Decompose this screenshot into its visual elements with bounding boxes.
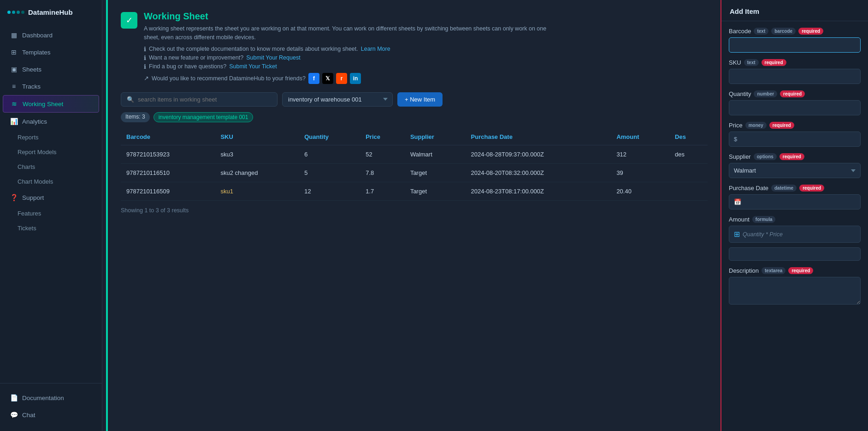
sidebar-item-tracks[interactable]: ≡ Tracks (3, 78, 99, 95)
template-name-tag: inventory management template 001 (154, 112, 254, 122)
field-amount: Amount formula ⊞ Quantity * Price (729, 216, 861, 261)
cell-quantity: 6 (299, 145, 360, 163)
amount-result-input[interactable] (729, 247, 861, 261)
amount-label: Amount (729, 216, 750, 223)
date-input[interactable] (745, 198, 856, 205)
working-sheet-icon: ≋ (11, 100, 18, 108)
new-item-button[interactable]: + New Item (397, 92, 443, 107)
submit-ticket-link[interactable]: Submit Your Ticket (229, 63, 277, 70)
sidebar-item-support[interactable]: ❓ Support (3, 189, 99, 206)
description-textarea[interactable] (729, 277, 861, 305)
sidebar-item-label: Support (22, 194, 44, 201)
col-supplier: Supplier (405, 129, 466, 145)
supplier-select[interactable]: Walmart Target (729, 163, 861, 178)
sidebar-item-tickets[interactable]: Tickets (3, 221, 99, 235)
panel-body: Barcode text barcode required SKU text r… (721, 21, 868, 311)
table-row[interactable]: 9787210116509 sku1 12 1.7 Target 2024-08… (121, 182, 708, 200)
sheet-select[interactable]: inventory of warehouse 001 (282, 92, 393, 107)
info-icon3: ℹ (144, 63, 146, 70)
panel-title: Add Item (721, 0, 868, 21)
cell-amount: 39 (611, 163, 669, 182)
sidebar-item-label: Dashboard (22, 32, 53, 39)
cell-amount: 312 (611, 145, 669, 163)
sidebar-bottom: 📄 Documentation 💬 Chat (0, 383, 102, 431)
sidebar-item-working-sheet[interactable]: ≋ Working Sheet (3, 95, 99, 113)
cell-price: 7.8 (360, 163, 405, 182)
cell-supplier: Target (405, 163, 466, 182)
twitter-x-icon[interactable]: 𝕏 (322, 73, 333, 84)
formula-icon: ⊞ (734, 230, 740, 239)
date-field-container[interactable]: 📅 (729, 194, 861, 210)
sidebar-item-label: Documentation (22, 395, 64, 401)
sidebar-item-charts[interactable]: Charts (3, 160, 99, 174)
ws-social-row: ↗ Would you like to recommend DatamineHu… (144, 73, 559, 84)
sidebar-item-label: Tracks (22, 83, 41, 90)
search-input[interactable] (138, 96, 272, 103)
facebook-icon[interactable]: f (308, 73, 319, 84)
cell-barcode: 9787210116510 (121, 163, 215, 182)
sidebar-item-report-models[interactable]: Report Models (3, 145, 99, 159)
table-header: Barcode SKU Quantity Price Supplier Purc… (121, 129, 708, 145)
badge-number: number (754, 90, 777, 97)
sidebar-item-label: Analytics (22, 118, 47, 125)
col-purchase-date: Purchase Date (466, 129, 611, 145)
field-description: Description textarea required (729, 267, 861, 305)
linkedin-icon[interactable]: in (350, 73, 361, 84)
sidebar-item-templates[interactable]: ⊞ Templates (3, 44, 99, 60)
quantity-input[interactable] (729, 100, 861, 115)
sidebar-item-chat[interactable]: 💬 Chat (3, 407, 99, 423)
purchase-date-label: Purchase Date (729, 185, 768, 192)
search-box[interactable]: 🔍 (121, 92, 278, 107)
info-icon: ℹ (144, 46, 146, 53)
table-row[interactable]: 9787210153923 sku3 6 52 Walmart 2024-08-… (121, 145, 708, 163)
ws-header: ✓ Working Sheet A working sheet represen… (121, 11, 708, 84)
table-row[interactable]: 9787210116510 sku2 changed 5 7.8 Target … (121, 163, 708, 182)
sidebar-item-dashboard[interactable]: ▦ Dashboard (3, 27, 99, 43)
ws-icon: ✓ (121, 12, 137, 29)
badge-text-sku: text (744, 59, 759, 66)
add-item-panel: Add Item Barcode text barcode required S… (720, 0, 868, 431)
price-field-container[interactable]: $ (729, 132, 861, 147)
sidebar-item-chart-models[interactable]: Chart Models (3, 174, 99, 189)
cell-description (669, 182, 708, 200)
quantity-label: Quantity (729, 90, 751, 97)
learn-more-link[interactable]: Learn More (361, 46, 390, 52)
sidebar-nav: ▦ Dashboard ⊞ Templates ▣ Sheets ≡ Track… (0, 23, 102, 383)
badge-required-price: required (769, 122, 794, 129)
badge-text: text (754, 28, 768, 35)
ws-description: A working sheet represents the sheet you… (144, 24, 559, 42)
field-purchase-date: Purchase Date datetime required 📅 (729, 185, 861, 210)
sidebar-sub-label: Report Models (18, 149, 57, 156)
col-barcode: Barcode (121, 129, 215, 145)
sidebar-item-features[interactable]: Features (3, 206, 99, 221)
reddit-icon[interactable]: r (336, 73, 347, 84)
cell-description: des (669, 145, 708, 163)
sidebar-item-analytics[interactable]: 📊 Analytics (3, 113, 99, 130)
calendar-icon: 📅 (734, 198, 741, 205)
info-icon2: ℹ (144, 54, 146, 61)
price-input[interactable] (739, 136, 856, 143)
cell-supplier: Target (405, 182, 466, 200)
sidebar-item-reports[interactable]: Reports (3, 130, 99, 144)
sidebar-item-sheets[interactable]: ▣ Sheets (3, 61, 99, 78)
supplier-label: Supplier (729, 153, 751, 160)
field-barcode: Barcode text barcode required (729, 28, 861, 53)
submit-request-link[interactable]: Submit Your Request (246, 54, 300, 61)
field-supplier: Supplier options required Walmart Target (729, 153, 861, 178)
cell-description (669, 163, 708, 182)
badge-options: options (754, 153, 777, 160)
field-price: Price money required $ (729, 122, 861, 147)
price-label: Price (729, 122, 743, 129)
sku-input[interactable] (729, 69, 861, 84)
support-icon: ❓ (10, 194, 18, 201)
cell-amount: 20.40 (611, 182, 669, 200)
tags-row: Items: 3 inventory management template 0… (121, 112, 708, 122)
cell-quantity: 5 (299, 163, 360, 182)
sidebar-item-label: Templates (22, 49, 51, 56)
badge-formula: formula (752, 216, 776, 223)
col-description: Des (669, 129, 708, 145)
sidebar-sub-label: Reports (18, 134, 39, 141)
dashboard-icon: ▦ (10, 31, 18, 39)
barcode-input[interactable] (729, 37, 861, 53)
sidebar-item-documentation[interactable]: 📄 Documentation (3, 389, 99, 406)
